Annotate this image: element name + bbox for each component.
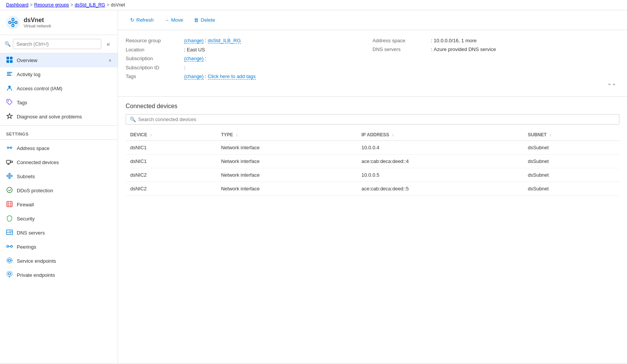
svg-rect-11 — [7, 72, 12, 73]
sidebar-item-dns-label: DNS servers — [17, 230, 45, 236]
cell-subnet: dsSubnet — [523, 155, 620, 168]
sidebar-item-address-label: Address space — [17, 145, 49, 151]
collapse-icon: ∧ — [108, 58, 112, 63]
toolbar: ↻ Refresh → Move 🗑 Delete — [118, 10, 627, 30]
subscription-label: Subscription — [126, 56, 183, 61]
sidebar-item-firewall-label: Firewall — [17, 202, 34, 208]
cell-ip: 10.0.0.5 — [357, 168, 523, 182]
svg-rect-22 — [11, 161, 13, 163]
activity-log-icon — [6, 70, 13, 78]
resource-type: Virtual network — [24, 24, 51, 28]
sidebar-item-connected-devices[interactable]: Connected devices — [0, 155, 118, 169]
svg-point-46 — [8, 273, 11, 275]
rg-label: Resource group — [126, 38, 183, 43]
sidebar-item-tags[interactable]: Tags — [0, 96, 118, 110]
resource-header: dsVnet Virtual network — [0, 10, 118, 35]
delete-button[interactable]: 🗑 Delete — [189, 15, 220, 25]
search-input[interactable] — [13, 39, 101, 49]
sidebar-item-private-endpoints-label: Private endpoints — [17, 272, 55, 278]
search-icon: 🔍 — [5, 41, 11, 47]
svg-point-47 — [7, 271, 12, 276]
col-device[interactable]: DEVICE ↕ — [126, 129, 217, 141]
subscription-change-link[interactable]: (change) — [184, 56, 204, 62]
sidebar-item-security[interactable]: Security — [0, 212, 118, 226]
firewall-icon — [6, 201, 13, 209]
overview-icon — [6, 56, 13, 64]
refresh-button[interactable]: ↻ Refresh — [126, 15, 158, 25]
collapse-sidebar-button[interactable]: « — [104, 41, 113, 48]
main-content: ↻ Refresh → Move 🗑 Delete Resource group… — [118, 10, 627, 363]
svg-point-25 — [9, 173, 10, 175]
col-ip[interactable]: IP ADDRESS ↕ — [357, 129, 523, 141]
tags-change-link[interactable]: (change) — [184, 73, 204, 80]
svg-point-16 — [7, 147, 9, 148]
collapse-info-button[interactable]: ⌃⌃ — [607, 83, 616, 89]
info-section: Resource group (change) : dsStd_ILB_RG L… — [118, 30, 627, 97]
svg-point-36 — [8, 232, 9, 233]
rg-value-link[interactable]: dsStd_ILB_RG — [208, 38, 241, 44]
address-space-label: Address space — [373, 38, 430, 43]
cell-type: Network interface — [217, 182, 357, 196]
sidebar-item-peerings[interactable]: Peerings — [0, 240, 118, 254]
dns-value: Azure provided DNS service — [434, 46, 496, 52]
svg-rect-10 — [10, 60, 13, 63]
sidebar-item-activity-log[interactable]: Activity log — [0, 67, 118, 81]
col-subnet[interactable]: SUBNET ↕ — [523, 129, 620, 141]
sidebar-item-service-endpoints[interactable]: Service endpoints — [0, 254, 118, 268]
sort-subnet-icon: ↕ — [549, 133, 551, 137]
diagnose-icon — [6, 113, 13, 121]
delete-icon: 🗑 — [194, 17, 199, 23]
refresh-icon: ↻ — [130, 17, 134, 23]
device-search-icon: 🔍 — [130, 117, 136, 122]
breadcrumb-dashboard[interactable]: Dashboard — [6, 2, 29, 8]
sort-ip-icon: ↕ — [392, 133, 394, 137]
sidebar-item-iam[interactable]: Access control (IAM) — [0, 81, 118, 96]
vnet-icon — [6, 16, 20, 29]
cell-type: Network interface — [217, 141, 357, 155]
svg-point-24 — [11, 175, 12, 177]
tags-label: Tags — [126, 73, 183, 79]
address-space-icon — [6, 144, 13, 152]
breadcrumb-resource-groups[interactable]: Resource groups — [34, 2, 69, 8]
resource-name: dsVnet — [24, 17, 51, 24]
col-type[interactable]: TYPE ↕ — [217, 129, 357, 141]
sidebar-item-activity-label: Activity log — [17, 72, 40, 77]
cell-ip: 10.0.0.4 — [357, 141, 523, 155]
iam-icon — [6, 85, 13, 93]
sidebar-item-subnets[interactable]: Subnets — [0, 169, 118, 184]
tags-icon — [6, 99, 13, 107]
sidebar-item-ddos[interactable]: DDoS protection — [0, 184, 118, 198]
sidebar-item-private-endpoints[interactable]: Private endpoints — [0, 268, 118, 282]
svg-point-41 — [11, 246, 13, 247]
svg-point-23 — [7, 175, 8, 177]
rg-change-link[interactable]: (change) — [184, 38, 204, 44]
move-button[interactable]: → Move — [160, 15, 188, 25]
sidebar-item-dns[interactable]: DNS servers — [0, 226, 118, 240]
cell-subnet: dsSubnet — [523, 168, 620, 182]
sidebar-item-firewall[interactable]: Firewall — [0, 198, 118, 212]
connected-devices-title: Connected devices — [126, 103, 619, 110]
svg-rect-9 — [6, 60, 9, 63]
address-space-row: Address space : 10.0.0.0/16, 1 more — [373, 36, 620, 45]
svg-rect-30 — [7, 201, 12, 207]
cell-type: Network interface — [217, 168, 357, 182]
dns-servers-row: DNS servers : Azure provided DNS service — [373, 45, 620, 54]
private-endpoints-icon — [6, 271, 13, 279]
breadcrumb-rg[interactable]: dsStd_ILB_RG — [75, 2, 105, 8]
svg-rect-13 — [7, 75, 11, 76]
security-icon — [6, 215, 13, 223]
sidebar-item-address-space[interactable]: Address space — [0, 141, 118, 155]
connected-devices-icon — [6, 158, 13, 166]
resource-group-row: Resource group (change) : dsStd_ILB_RG — [126, 36, 373, 45]
tags-add-link[interactable]: Click here to add tags — [208, 73, 256, 80]
location-value: East US — [187, 47, 205, 53]
subscription-id-label: Subscription ID — [126, 65, 183, 70]
device-search-input[interactable] — [138, 117, 615, 122]
sidebar-item-overview-label: Overview — [17, 57, 37, 63]
sidebar-item-diagnose[interactable]: Diagnose and solve problems — [0, 110, 118, 124]
svg-point-29 — [7, 187, 12, 193]
address-space-value: 10.0.0.0/16, 1 more — [434, 38, 477, 43]
cell-type: Network interface — [217, 155, 357, 168]
sidebar-item-overview[interactable]: Overview ∧ — [0, 53, 118, 67]
svg-rect-12 — [7, 73, 11, 74]
